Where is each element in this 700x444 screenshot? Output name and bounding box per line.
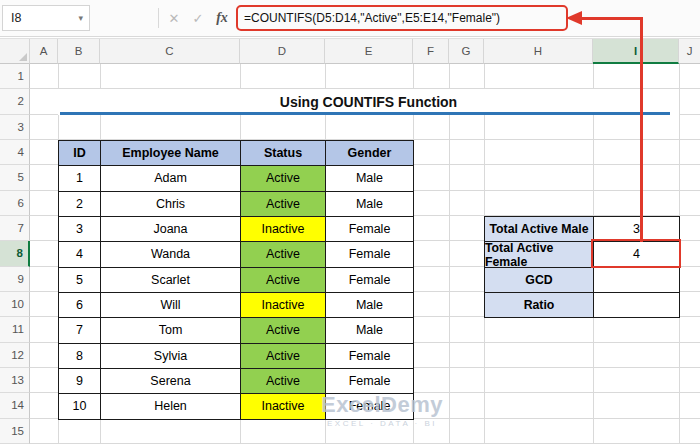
cell-name[interactable]: Serena	[101, 369, 241, 394]
cell-gender[interactable]: Male	[326, 192, 414, 217]
cell-status[interactable]: Active	[241, 192, 326, 217]
summary-row: GCD	[485, 268, 680, 293]
header-cell-gender[interactable]: Gender	[326, 141, 414, 166]
cell-status[interactable]: Active	[241, 268, 326, 293]
cell-status[interactable]: Active	[241, 369, 326, 394]
cell-gender[interactable]: Male	[326, 293, 414, 318]
row-header-10[interactable]: 10	[0, 292, 30, 317]
cell-gender[interactable]: Female	[326, 268, 414, 293]
selected-cell-red-border	[591, 239, 681, 268]
cell-name[interactable]: Joana	[101, 217, 241, 242]
row-header-5[interactable]: 5	[0, 165, 30, 190]
column-header-c[interactable]: C	[100, 39, 240, 64]
summary-row: Ratio	[485, 293, 680, 318]
cell-id[interactable]: 5	[59, 268, 101, 293]
cell-status[interactable]: Inactive	[241, 293, 326, 318]
cell-name[interactable]: Helen	[101, 394, 241, 419]
cell-status[interactable]: Active	[241, 242, 326, 267]
row-header-2[interactable]: 2	[0, 89, 30, 114]
cell-name[interactable]: Will	[101, 293, 241, 318]
cell-id[interactable]: 1	[59, 166, 101, 191]
row-header-3[interactable]: 3	[0, 115, 30, 140]
cell-gender[interactable]: Female	[326, 217, 414, 242]
column-header-e[interactable]: E	[325, 39, 413, 64]
summary-label-cell[interactable]: Ratio	[485, 293, 594, 318]
cell-name[interactable]: Sylvia	[101, 344, 241, 369]
cell-id[interactable]: 9	[59, 369, 101, 394]
watermark-brand: ExcelDemy	[302, 392, 462, 418]
column-header-f[interactable]: F	[413, 39, 449, 64]
summary-value-cell[interactable]	[594, 268, 680, 293]
cell-id[interactable]: 3	[59, 217, 101, 242]
name-box-value: I8	[11, 11, 21, 25]
cell-name[interactable]: Adam	[101, 166, 241, 191]
cell-status[interactable]: Inactive	[241, 217, 326, 242]
employee-table-header-row: ID Employee Name Status Gender	[59, 141, 414, 166]
name-box[interactable]: I8 ▾	[2, 5, 90, 31]
employee-row: 3 Joana Inactive Female	[59, 217, 414, 242]
formula-bar-divider	[158, 8, 159, 28]
row-header-1[interactable]: 1	[0, 64, 30, 89]
cancel-icon[interactable]: ✕	[164, 5, 184, 31]
employee-row: 1 Adam Active Male	[59, 166, 414, 191]
row-header-12[interactable]: 12	[0, 343, 30, 368]
cell-gender[interactable]: Male	[326, 318, 414, 343]
cell-gender[interactable]: Male	[326, 166, 414, 191]
cell-name[interactable]: Tom	[101, 318, 241, 343]
cell-gender[interactable]: Female	[326, 369, 414, 394]
row-header-6[interactable]: 6	[0, 191, 30, 216]
column-header-a[interactable]: A	[30, 39, 58, 64]
cell-name[interactable]: Chris	[101, 192, 241, 217]
cell-id[interactable]: 2	[59, 192, 101, 217]
column-header-row: A B C D E F G H I J	[0, 38, 700, 64]
header-cell-id[interactable]: ID	[59, 141, 101, 166]
cell-name[interactable]: Scarlet	[101, 268, 241, 293]
column-header-i-selected[interactable]: I	[593, 39, 679, 64]
column-header-j[interactable]: J	[679, 39, 700, 64]
row-header-8-selected[interactable]: 8	[0, 241, 30, 266]
row-header-15[interactable]: 15	[0, 419, 30, 444]
cell-status[interactable]: Active	[241, 166, 326, 191]
summary-label-cell[interactable]: Total Active Male	[485, 217, 594, 242]
summary-label-cell[interactable]: GCD	[485, 268, 594, 293]
employee-table: ID Employee Name Status Gender 1 Adam Ac…	[58, 140, 414, 420]
row-header-column: 1 2 3 4 5 6 7 8 9 10 11 12 13 14 15	[0, 64, 30, 444]
employee-row: 5 Scarlet Active Female	[59, 268, 414, 293]
row-header-14[interactable]: 14	[0, 393, 30, 418]
insert-function-icon[interactable]: fx	[212, 5, 232, 31]
column-header-g[interactable]: G	[449, 39, 484, 64]
row-header-4[interactable]: 4	[0, 140, 30, 165]
column-header-d[interactable]: D	[240, 39, 325, 64]
title-underline	[60, 112, 670, 115]
summary-label-cell[interactable]: Total Active Female	[485, 242, 594, 267]
column-header-b[interactable]: B	[58, 39, 100, 64]
cell-id[interactable]: 10	[59, 394, 101, 419]
summary-value-cell[interactable]	[594, 293, 680, 318]
header-cell-employee-name[interactable]: Employee Name	[101, 141, 241, 166]
cell-status[interactable]: Active	[241, 344, 326, 369]
select-all-corner[interactable]	[0, 39, 30, 64]
annotation-arrow-vertical-line	[640, 17, 643, 242]
cell-status[interactable]: Active	[241, 318, 326, 343]
cell-name[interactable]: Wanda	[101, 242, 241, 267]
employee-row: 9 Serena Active Female	[59, 369, 414, 394]
cell-gender[interactable]: Female	[326, 242, 414, 267]
row-header-9[interactable]: 9	[0, 267, 30, 292]
header-cell-status[interactable]: Status	[241, 141, 326, 166]
employee-row: 2 Chris Active Male	[59, 192, 414, 217]
cell-id[interactable]: 4	[59, 242, 101, 267]
employee-row: 7 Tom Active Male	[59, 318, 414, 343]
row-header-11[interactable]: 11	[0, 317, 30, 342]
cell-id[interactable]: 6	[59, 293, 101, 318]
enter-icon[interactable]: ✓	[188, 5, 208, 31]
cell-id[interactable]: 8	[59, 344, 101, 369]
select-all-triangle-icon	[19, 53, 27, 61]
row-header-13[interactable]: 13	[0, 368, 30, 393]
cell-id[interactable]: 7	[59, 318, 101, 343]
column-header-h[interactable]: H	[484, 39, 593, 64]
worksheet-title[interactable]: Using COUNTIFS Function	[58, 89, 679, 114]
sheet-grid[interactable]: Using COUNTIFS Function ID Employee Name…	[30, 64, 700, 444]
row-header-7[interactable]: 7	[0, 216, 30, 241]
cell-gender[interactable]: Female	[326, 344, 414, 369]
name-box-dropdown-icon[interactable]: ▾	[78, 13, 89, 23]
